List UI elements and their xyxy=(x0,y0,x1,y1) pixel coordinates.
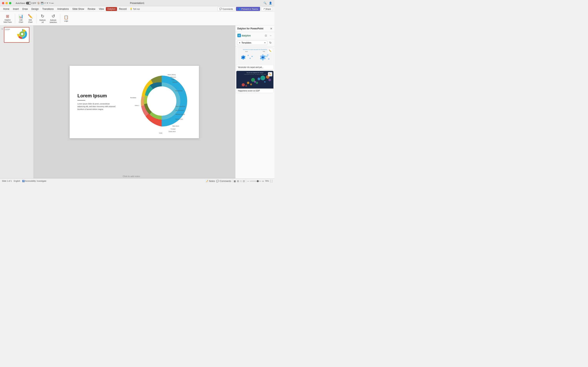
autosave-label: AutoSave xyxy=(16,2,25,4)
menu-review[interactable]: Review xyxy=(86,7,97,11)
close-window-button[interactable] xyxy=(2,2,4,4)
filter-icon: ▼ xyxy=(239,42,241,44)
preview-happiness-subtitle: Confirming that more money ≈ more happin… xyxy=(244,74,266,75)
click-notes-text: Click to add notes xyxy=(123,175,140,177)
datylon-side-pane-button[interactable]: ⊞ DatylonSide Pane xyxy=(2,13,13,24)
slide-thumb-content: Lorem Ipsum Lorem ipsum dolor sitamet co… xyxy=(4,27,29,42)
edit-template-2-button[interactable]: ✏️ xyxy=(268,72,272,76)
fit-slide-button[interactable]: ⛶ xyxy=(270,180,273,183)
versicolor-preview-svg: Versicolor iris sepal and petal size dis… xyxy=(237,48,273,65)
chart-label-recitation: Recitative xyxy=(130,97,136,98)
close-side-panel-button[interactable]: ✕ xyxy=(270,27,273,30)
menu-right-actions: 💬 Comments 👥 Present in Teams ↗ Share xyxy=(218,7,273,11)
refresh-templates-button[interactable]: ↻ xyxy=(268,40,273,45)
refresh-all-icon: ↻ xyxy=(41,14,44,19)
templates-label: Templates xyxy=(241,42,251,44)
title-bar-right: 🔍 👤 xyxy=(263,1,273,5)
click-notes-area[interactable]: Click to add notes xyxy=(67,174,196,178)
slide-body: Lorem ipsum dolor sit amet, consectetuer… xyxy=(77,102,117,111)
menu-view[interactable]: View xyxy=(97,7,105,11)
present-in-teams-button[interactable]: 👥 Present in Teams xyxy=(236,7,260,11)
bubble-10 xyxy=(256,82,258,84)
menu-design[interactable]: Design xyxy=(30,7,40,11)
bubble-11 xyxy=(264,81,265,83)
datylon-logo: d datylon xyxy=(237,34,251,37)
preview-happiness-title: Can you buy happiness for money? xyxy=(246,72,264,73)
ribbon-separator-3 xyxy=(60,14,60,24)
logs-button[interactable]: 📋 Logs xyxy=(62,14,70,23)
slide-divider xyxy=(77,100,85,100)
notes-button[interactable]: 📝 Notes xyxy=(205,180,215,183)
slide-thumbnail[interactable]: Lorem Ipsum Lorem ipsum dolor sitamet co… xyxy=(4,27,29,43)
comments-status-button[interactable]: 💬 Comments xyxy=(216,180,231,183)
chart-label-2: Bassoon xyxy=(170,76,176,78)
autosave-toggle[interactable] xyxy=(26,2,31,5)
menu-datylon[interactable]: Datylon xyxy=(106,7,117,11)
lightbulb-icon: 💡 xyxy=(130,8,133,10)
ribbon: ⊞ DatylonSide Pane 📊 AddChart ✏️ EditCha… xyxy=(0,12,274,25)
share-button[interactable]: ↗ Share xyxy=(261,7,273,11)
zoom-minus-button[interactable]: − xyxy=(247,180,249,183)
undo-icon[interactable]: ↩ xyxy=(44,2,46,4)
normal-view-button[interactable]: ▦ xyxy=(234,180,236,183)
status-left: Slide 1 of 1 English ♿ Accessibility: In… xyxy=(2,180,46,182)
redo-icon[interactable]: ↪ xyxy=(49,2,51,4)
tell-me-label: Tell me xyxy=(133,8,140,10)
notes-label: Notes xyxy=(209,180,215,183)
more-icon[interactable]: ••• xyxy=(51,2,54,4)
logout-icon[interactable]: → xyxy=(269,33,273,37)
account-icon[interactable]: 👤 xyxy=(269,1,273,5)
save-icon[interactable]: 💾 xyxy=(41,2,43,4)
canvas-area: Lorem Ipsum Lorem ipsum dolor sit amet, … xyxy=(33,25,235,178)
templates-dropdown[interactable]: ▼ Templates ▾ xyxy=(237,41,267,45)
zoom-thumb xyxy=(257,180,259,182)
preview-petal-label: Petal xyxy=(263,51,265,52)
refresh-all-button[interactable]: ↻ RefreshAll xyxy=(38,13,47,24)
menu-slideshow[interactable]: Slide Show xyxy=(71,7,86,11)
refresh-selection-label: RefreshSelection xyxy=(50,19,57,24)
edit-chart-button[interactable]: ✏️ EditChart xyxy=(26,13,35,24)
expand-icon[interactable]: ⊡ xyxy=(264,33,268,37)
bubble-8 xyxy=(245,85,247,87)
tell-me-input[interactable]: 💡 Tell me xyxy=(128,7,141,11)
refresh-selection-button[interactable]: ↺ RefreshSelection xyxy=(48,13,58,24)
share-icon: ↗ xyxy=(263,8,265,10)
slides-view-button[interactable]: ⊟ xyxy=(237,180,239,183)
reading-view-button[interactable]: □ xyxy=(240,180,241,183)
presenter-view-button[interactable]: ⊡ xyxy=(243,180,245,183)
undo-dropdown-icon[interactable]: ▾ xyxy=(47,2,48,4)
comments-icon: 💬 xyxy=(219,8,222,10)
template-card-versicolor[interactable]: ✏️ Versicolor iris sepal and petal size … xyxy=(236,47,274,69)
menu-transitions[interactable]: Transitions xyxy=(41,7,55,11)
logo-action-buttons: ⊡ → xyxy=(264,33,273,37)
menu-home[interactable]: Home xyxy=(1,7,11,11)
zoom-slider[interactable] xyxy=(250,181,262,182)
menu-draw[interactable]: Draw xyxy=(21,7,29,11)
slide-info: Slide 1 of 1 xyxy=(2,180,12,182)
accessibility-button[interactable]: ♿ Accessibility: Investigate xyxy=(22,180,46,182)
comments-button[interactable]: 💬 Comments xyxy=(218,7,235,11)
slide-canvas[interactable]: Lorem Ipsum Lorem ipsum dolor sit amet, … xyxy=(69,66,199,138)
menu-record[interactable]: Record xyxy=(117,7,128,11)
slide-content-left: Lorem Ipsum Lorem ipsum dolor sit amet, … xyxy=(77,93,117,111)
template-card-happiness[interactable]: ✏️ Can you buy happiness for money? Conf… xyxy=(236,71,274,93)
chart-label-tenor: Tenor trombone xyxy=(175,106,185,107)
minimize-window-button[interactable] xyxy=(6,2,8,4)
bubble-1 xyxy=(242,83,245,86)
slide-number: 1 xyxy=(1,27,3,30)
edit-template-1-button[interactable]: ✏️ xyxy=(268,49,272,53)
search-icon[interactable]: 🔍 xyxy=(263,1,267,5)
chart-label-1: Oboe (Stave) xyxy=(168,74,176,75)
refresh-selection-icon: ↺ xyxy=(51,14,55,19)
donut-chart: Oboe (Stave) Bassoon Flute Clarinet Wood… xyxy=(128,68,195,134)
menu-insert[interactable]: Insert xyxy=(11,7,20,11)
add-chart-button[interactable]: 📊 AddChart xyxy=(17,13,25,24)
zoom-plus-button[interactable]: + xyxy=(262,180,264,183)
menu-animations[interactable]: Animations xyxy=(56,7,70,11)
home-icon[interactable]: 🏠 xyxy=(37,2,40,4)
chart-label-violin1: Violin 1 xyxy=(135,105,139,106)
template-label-happiness: Happiness score vs GDP xyxy=(236,89,273,93)
maximize-window-button[interactable] xyxy=(9,2,11,4)
status-right: 📝 Notes 💬 Comments ▦ ⊟ □ ⊡ − + 76% ⛶ xyxy=(205,180,273,183)
svg-text:d: d xyxy=(239,34,240,37)
